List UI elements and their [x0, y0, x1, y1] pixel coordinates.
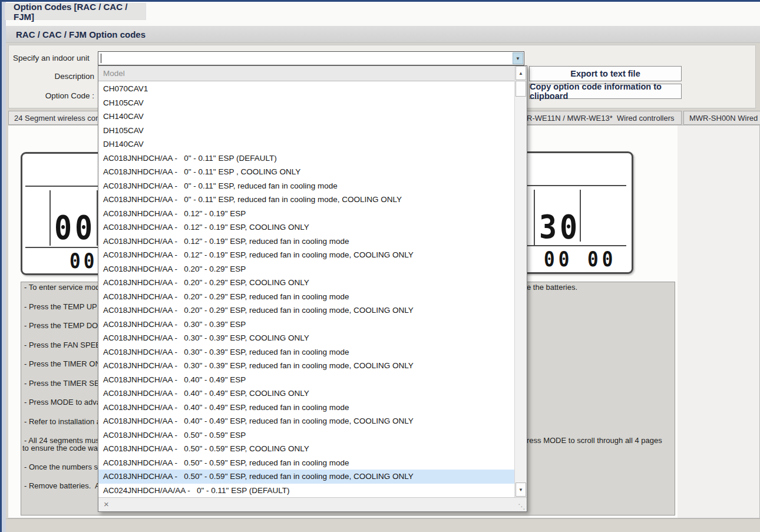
model-option[interactable]: CH140CAV: [98, 110, 514, 124]
instruction-line: - Once the numbers sho: [24, 462, 106, 471]
model-option[interactable]: DH105CAV: [98, 124, 514, 138]
instruction-line: - Press the TIMER ON b: [24, 359, 107, 368]
model-option[interactable]: AC018JNHDCH/AA - 0.20" - 0.29" ESP, COOL…: [98, 276, 514, 290]
indoor-unit-combobox[interactable]: ▼: [98, 51, 524, 65]
instruction-line: - Remove batteries. Af: [24, 481, 102, 490]
instruction-line: - Refer to installation a: [24, 417, 101, 426]
model-option[interactable]: AC018JNHDCH/AA - 0.20" - 0.29" ESP, redu…: [98, 303, 514, 318]
copy-option-code-button[interactable]: Copy option code information to clipboar…: [529, 84, 682, 99]
instruction-line: - Press the TEMP UP bu: [24, 302, 108, 311]
model-option[interactable]: AC018JNHDCH/AA - 0.30" - 0.39" ESP: [98, 318, 514, 332]
export-text-file-button[interactable]: Export to text file: [529, 66, 682, 81]
model-option[interactable]: AC018JNHDCH/AA - 0.40" - 0.49" ESP: [98, 373, 514, 387]
lcd-left-big-digits: 00: [54, 212, 95, 243]
tab-mwr-sh00n-wired[interactable]: MWR-SH00N Wired controllers: [683, 111, 760, 125]
lcd-left-vline-1: [49, 190, 51, 246]
instruction-line: - Press the FAN SPEED: [24, 341, 106, 349]
model-option[interactable]: AC018JNHDCH/AA - 0.12" - 0.19" ESP: [98, 207, 514, 221]
option-code-label: Option Code :: [35, 91, 94, 100]
model-dropdown: Model CH070CAV1CH105CAVCH140CAVDH105CAVD…: [98, 65, 527, 512]
bottom-band: [6, 518, 760, 532]
model-option[interactable]: AC018JNHDCH/AA - 0" - 0.11" ESP (DEFAULT…: [98, 151, 514, 166]
model-option[interactable]: CH105CAV: [98, 96, 514, 110]
combobox-dropdown-button[interactable]: ▼: [513, 52, 523, 64]
resize-grip-icon[interactable]: ⋱: [518, 503, 525, 511]
instruction-line: - Press the TIMER SET/: [24, 379, 106, 388]
instruction-line: - Press MODE to advan: [24, 398, 105, 407]
section-header-label: RAC / CAC / FJM Option codes: [16, 29, 146, 39]
model-option[interactable]: CH070CAV1: [98, 82, 514, 96]
lcd-left-small-digits: 00: [70, 250, 97, 272]
model-option[interactable]: AC018JNHDCH/AA - 0.12" - 0.19" ESP, COOL…: [98, 220, 514, 234]
dropdown-scrollbar[interactable]: ▲ ▼: [514, 66, 527, 497]
scroll-up-icon: ▲: [518, 71, 523, 76]
scroll-up-button[interactable]: ▲: [516, 66, 526, 80]
instruction-line: ress MODE to scroll through all 4 pages: [527, 436, 662, 445]
section-header: RAC / CAC / FJM Option codes: [6, 26, 760, 43]
instruction-line: to ensure the code was: [22, 444, 101, 452]
model-option[interactable]: AC018JNHDCH/AA - 0.12" - 0.19" ESP, redu…: [98, 234, 514, 249]
dropdown-footer: × ⋱: [98, 497, 527, 511]
instruction-line: - To enter service mode: [24, 283, 104, 292]
window-title-tab[interactable]: Option Codes [RAC / CAC / FJM]: [5, 3, 146, 20]
instruction-line: e the batteries.: [527, 283, 577, 292]
model-dropdown-header: Model: [98, 66, 514, 81]
model-option[interactable]: AC018JNHDCH/AA - 0.50" - 0.59" ESP, COOL…: [98, 442, 514, 456]
model-option[interactable]: AC018JNHDCH/AA - 0.40" - 0.49" ESP, redu…: [98, 401, 514, 415]
model-option[interactable]: AC018JNHDCH/AA - 0" - 0.11" ESP, reduced…: [98, 193, 514, 207]
lcd-right-small-digits: 00 00: [544, 249, 616, 270]
model-option[interactable]: AC018JNHDCH/AA - 0.20" - 0.29" ESP: [98, 262, 514, 276]
model-option[interactable]: AC018JNHDCH/AA - 0" - 0.11" ESP , COOLIN…: [98, 165, 514, 179]
window-frame-inner: [2, 2, 6, 532]
chevron-down-icon: ▼: [516, 56, 520, 61]
scroll-down-button[interactable]: ▼: [516, 483, 526, 497]
close-icon[interactable]: ×: [104, 499, 109, 509]
model-option[interactable]: AC018JNHDCH/AA - 0.20" - 0.29" ESP, redu…: [98, 290, 514, 304]
model-option[interactable]: AC018JNHDCH/AA - 0.50" - 0.59" ESP: [98, 428, 514, 442]
text-caret: [101, 54, 101, 63]
indoor-unit-label: Specify an indoor unit: [13, 54, 90, 62]
model-option[interactable]: AC018JNHDCH/AA - 0.50" - 0.59" ESP, redu…: [98, 456, 514, 470]
model-option[interactable]: AC018JNHDCH/AA - 0.30" - 0.39" ESP, redu…: [98, 359, 514, 373]
model-option[interactable]: AC018JNHDCH/AA - 0.30" - 0.39" ESP, redu…: [98, 345, 514, 359]
model-option[interactable]: AC018JNHDCH/AA - 0.12" - 0.19" ESP, redu…: [98, 248, 514, 262]
model-option[interactable]: AC018JNHDCH/AA - 0.40" - 0.49" ESP, COOL…: [98, 386, 514, 401]
model-list: CH070CAV1CH105CAVCH140CAVDH105CAVDH140CA…: [98, 82, 514, 497]
window-title: Option Codes [RAC / CAC / FJM]: [14, 2, 146, 22]
model-option[interactable]: DH140CAV: [98, 137, 514, 151]
model-option[interactable]: AC018JNHDCH/AA - 0.30" - 0.39" ESP, COOL…: [98, 331, 514, 345]
model-option[interactable]: AC018JNHDCH/AA - 0.50" - 0.59" ESP, redu…: [98, 470, 514, 484]
scroll-down-icon: ▼: [518, 487, 523, 493]
model-option[interactable]: AC024JNHDCH/AA/AA - 0" - 0.11" ESP (DEFA…: [98, 484, 514, 498]
scrollbar-thumb[interactable]: [516, 81, 526, 97]
model-option[interactable]: AC018JNHDCH/AA - 0" - 0.11" ESP, reduced…: [98, 179, 514, 193]
description-label: Description: [35, 72, 94, 81]
tab-mwr-we11n-we13-wired[interactable]: MWR-WE11N / MWR-WE13* Wired controllers: [507, 111, 682, 125]
lcd-right-big-digits: 30: [539, 211, 580, 243]
model-option[interactable]: AC018JNHDCH/AA - 0.40" - 0.49" ESP, redu…: [98, 414, 514, 428]
lcd-right-vline-1: [534, 190, 535, 245]
